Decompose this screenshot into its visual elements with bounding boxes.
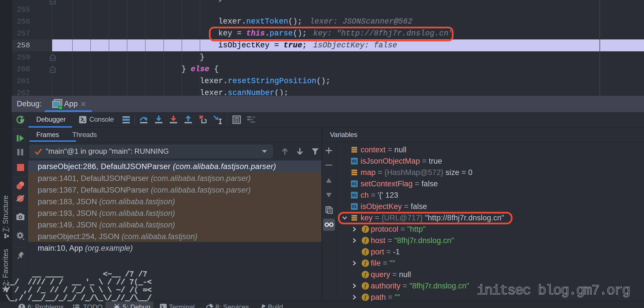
svg-text:01: 01 [352,159,357,163]
svg-text:01: 01 [352,204,357,209]
svg-text:01: 01 [352,193,357,197]
svg-text:01: 01 [352,181,357,186]
